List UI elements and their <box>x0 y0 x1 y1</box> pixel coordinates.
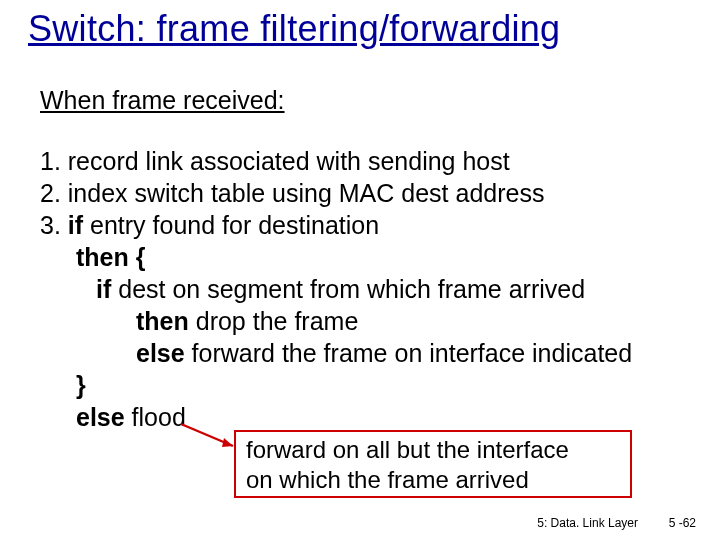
close-brace: } <box>40 369 680 401</box>
inner-then: then drop the frame <box>40 305 680 337</box>
step-3-cond: entry found for destination <box>83 211 379 239</box>
callout-line1: forward on all but the interface <box>246 435 622 465</box>
inner-if: if dest on segment from which frame arri… <box>40 273 680 305</box>
step-1: 1. record link associated with sending h… <box>40 145 680 177</box>
outer-else-action: flood <box>125 403 186 431</box>
inner-if-cond: dest on segment from which frame arrived <box>111 275 585 303</box>
flood-callout: forward on all but the interface on whic… <box>234 430 632 498</box>
footer-page: 5 -62 <box>669 516 696 530</box>
kw-if: if <box>68 211 83 239</box>
algorithm-body: 1. record link associated with sending h… <box>40 145 680 433</box>
outer-else: else flood <box>40 401 680 433</box>
step-3-num: 3. <box>40 211 68 239</box>
kw-then-open: then { <box>76 243 145 271</box>
kw-inner-then: then <box>136 307 189 335</box>
svg-marker-1 <box>222 438 233 447</box>
kw-inner-else: else <box>136 339 185 367</box>
slide-title: Switch: frame filtering/forwarding <box>28 8 560 50</box>
slide-subhead: When frame received: <box>40 86 285 115</box>
kw-outer-else: else <box>76 403 125 431</box>
inner-else-action: forward the frame on interface indicated <box>185 339 632 367</box>
footer-section: 5: Data. Link Layer <box>537 516 638 530</box>
inner-then-action: drop the frame <box>189 307 359 335</box>
slide: Switch: frame filtering/forwarding When … <box>0 0 720 540</box>
callout-line2: on which the frame arrived <box>246 465 622 495</box>
inner-else: else forward the frame on interface indi… <box>40 337 680 369</box>
step-2: 2. index switch table using MAC dest add… <box>40 177 680 209</box>
then-open: then { <box>40 241 680 273</box>
kw-inner-if: if <box>96 275 111 303</box>
step-3: 3. if entry found for destination <box>40 209 680 241</box>
